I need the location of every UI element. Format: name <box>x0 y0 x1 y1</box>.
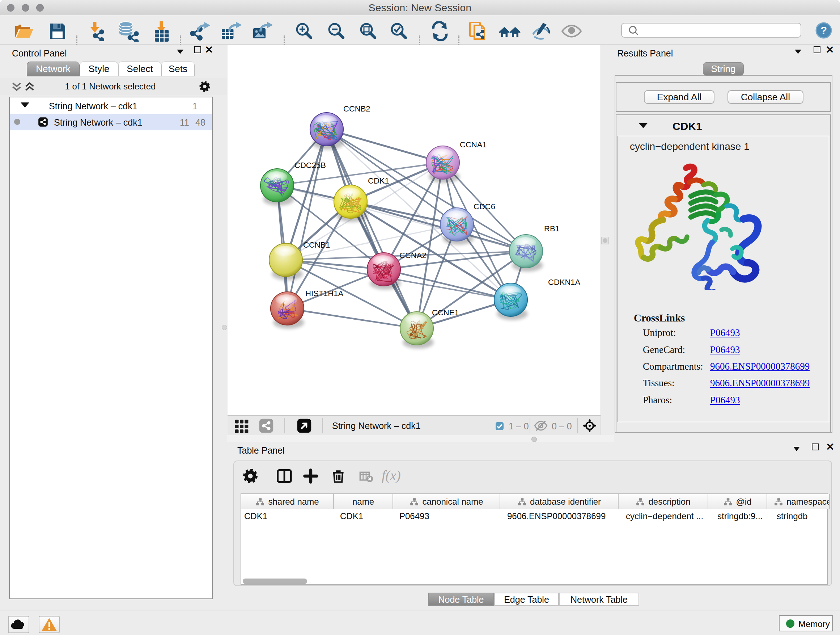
svg-text:CDKN1A: CDKN1A <box>548 278 581 287</box>
svg-text:CCNB1: CCNB1 <box>303 241 330 249</box>
svg-text:HIST1H1A: HIST1H1A <box>305 289 343 298</box>
svg-text:CCNE1: CCNE1 <box>432 308 459 317</box>
svg-text:RB1: RB1 <box>544 224 560 233</box>
svg-text:CDC25B: CDC25B <box>294 161 326 170</box>
svg-text:?: ? <box>821 24 827 36</box>
svg-text:CDC6: CDC6 <box>474 202 495 211</box>
svg-text:CCNA2: CCNA2 <box>399 251 426 260</box>
svg-text:CDK1: CDK1 <box>368 176 389 185</box>
svg-text:CCNA1: CCNA1 <box>460 140 487 149</box>
svg-text:CCNB2: CCNB2 <box>343 104 370 113</box>
